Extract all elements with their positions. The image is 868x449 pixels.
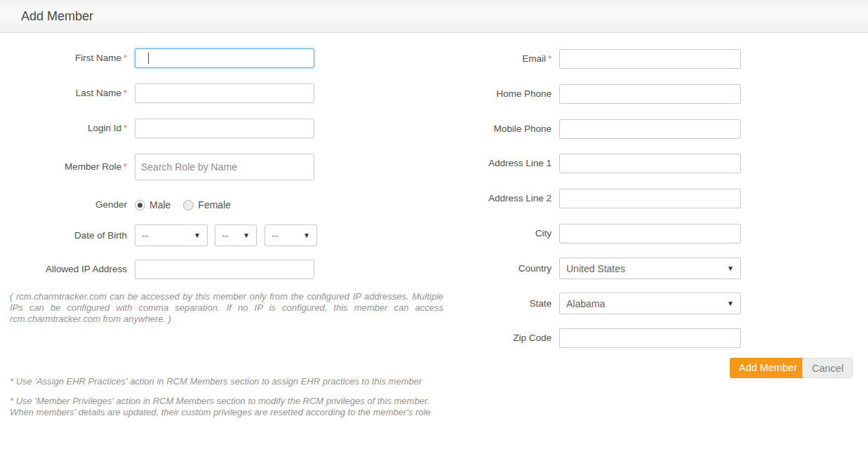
last-name-row: Last Name* [0, 83, 314, 103]
assign-ehr-practices-note: * Use 'Assign EHR Practices' action in R… [10, 376, 459, 387]
first-name-row: First Name* [0, 48, 314, 68]
login-id-label: Login Id* [0, 123, 127, 134]
gender-radio-female[interactable] [183, 200, 194, 210]
country-label: Country [432, 263, 552, 274]
page-header: Add Member [0, 0, 868, 33]
email-label: Email* [432, 53, 552, 65]
country-row: Country United States ▼ [432, 257, 741, 279]
home-phone-input[interactable] [559, 84, 741, 104]
zip-code-input[interactable] [559, 328, 741, 348]
state-select-value: Alabama [566, 298, 605, 309]
address-line-2-label: Address Line 2 [432, 193, 552, 204]
home-phone-label: Home Phone [432, 88, 552, 100]
email-row: Email* [432, 49, 741, 69]
required-marker: * [548, 53, 552, 64]
add-member-page: Add Member First Name* Last Name* Login … [0, 0, 868, 449]
required-marker: * [123, 161, 127, 172]
gender-radio-group: Male Female [135, 199, 231, 210]
dob-day-select[interactable]: -- ▼ [215, 224, 257, 246]
address-line-2-input[interactable] [559, 189, 741, 208]
allowed-ip-input[interactable] [135, 260, 314, 279]
zip-code-label: Zip Code [432, 333, 552, 344]
page-title: Add Member [0, 0, 868, 32]
home-phone-row: Home Phone [432, 84, 741, 104]
add-member-button[interactable]: Add Member [730, 358, 806, 378]
gender-label: Gender [0, 199, 127, 210]
first-name-input[interactable] [135, 48, 314, 68]
allowed-ip-row: Allowed IP Address [0, 260, 314, 279]
address-line-1-input[interactable] [559, 154, 741, 173]
country-select-value: United States [566, 263, 625, 274]
city-row: City [432, 224, 741, 243]
required-marker: * [123, 123, 127, 133]
address-line-2-row: Address Line 2 [432, 189, 741, 208]
mobile-phone-label: Mobile Phone [432, 123, 552, 135]
required-marker: * [123, 53, 127, 63]
text-cursor [148, 53, 149, 64]
dob-label: Date of Birth [0, 230, 127, 241]
member-role-input[interactable] [135, 154, 314, 180]
zip-code-row: Zip Code [432, 328, 741, 348]
last-name-label: Last Name* [0, 88, 127, 99]
required-marker: * [123, 88, 127, 98]
chevron-down-icon: ▼ [194, 232, 201, 239]
address-line-1-row: Address Line 1 [432, 154, 741, 173]
chevron-down-icon: ▼ [303, 232, 310, 239]
mobile-phone-row: Mobile Phone [432, 119, 741, 139]
city-label: City [432, 228, 552, 239]
gender-row: Gender Male Female [0, 198, 231, 212]
chevron-down-icon: ▼ [243, 232, 250, 239]
mobile-phone-input[interactable] [559, 119, 741, 139]
allowed-ip-label: Allowed IP Address [0, 264, 127, 275]
dob-month-select[interactable]: -- ▼ [135, 224, 208, 246]
chevron-down-icon: ▼ [727, 264, 734, 272]
email-input[interactable] [559, 49, 741, 69]
dob-row: Date of Birth -- ▼ -- ▼ -- ▼ [0, 224, 317, 246]
member-role-row: Member Role* [0, 154, 314, 180]
country-select[interactable]: United States ▼ [559, 257, 741, 279]
first-name-field [135, 48, 314, 68]
last-name-input[interactable] [135, 83, 314, 103]
state-label: State [432, 298, 552, 309]
address-line-1-label: Address Line 1 [432, 158, 552, 169]
state-row: State Alabama ▼ [432, 293, 741, 314]
gender-female-label[interactable]: Female [198, 199, 231, 210]
login-id-row: Login Id* [0, 119, 314, 138]
state-select[interactable]: Alabama ▼ [559, 293, 741, 314]
city-input[interactable] [559, 224, 741, 243]
dob-year-select[interactable]: -- ▼ [265, 224, 317, 246]
cancel-button[interactable]: Cancel [802, 358, 853, 378]
gender-radio-male[interactable] [135, 200, 145, 210]
chevron-down-icon: ▼ [727, 300, 734, 307]
gender-male-label[interactable]: Male [149, 199, 171, 210]
member-role-label: Member Role* [0, 161, 127, 173]
first-name-label: First Name* [0, 53, 127, 64]
login-id-input[interactable] [135, 119, 314, 138]
member-privileges-note: * Use 'Member Privileges' action in RCM … [10, 396, 450, 418]
ip-address-note: ( rcm.charmtracker.com can be accessed b… [10, 291, 443, 325]
